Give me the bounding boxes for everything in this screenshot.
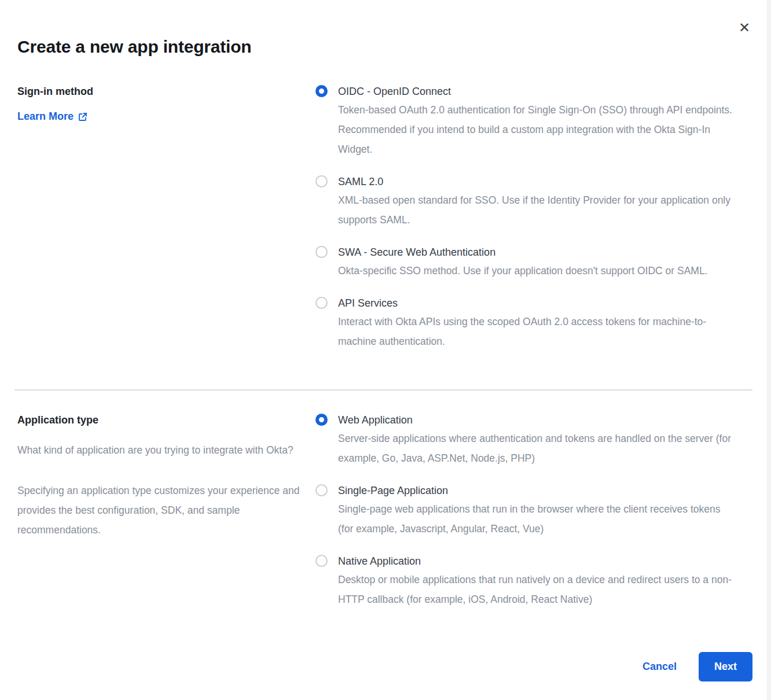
apptype-option-label[interactable]: Single-Page Application xyxy=(338,483,732,498)
learn-more-label: Learn More xyxy=(17,110,74,123)
radio-native-application[interactable] xyxy=(315,555,328,567)
application-type-heading: Application type xyxy=(17,412,304,428)
cancel-button[interactable]: Cancel xyxy=(642,661,677,673)
radio-web-application[interactable] xyxy=(315,414,328,426)
dialog-footer: Cancel Next xyxy=(17,652,752,681)
learn-more-link[interactable]: Learn More xyxy=(17,110,87,123)
signin-option-label[interactable]: SWA - Secure Web Authentication xyxy=(338,245,707,260)
section-divider xyxy=(14,389,752,390)
close-icon[interactable]: ✕ xyxy=(739,21,750,35)
create-app-integration-dialog: ✕ Create a new app integration Sign-in m… xyxy=(0,0,771,700)
next-button[interactable]: Next xyxy=(699,652,752,681)
radio-saml[interactable] xyxy=(315,175,328,187)
apptype-option-description: Single-page web applications that run in… xyxy=(338,499,732,539)
signin-option-api-services: API Services Interact with Okta APIs usi… xyxy=(315,296,732,351)
signin-option-description: Okta-specific SSO method. Use if your ap… xyxy=(338,261,707,281)
apptype-option-description: Server-side applications where authentic… xyxy=(338,429,732,468)
application-type-description-2: Specifying an application type customize… xyxy=(17,481,304,540)
apptype-option-label[interactable]: Web Application xyxy=(338,412,732,428)
signin-option-description: XML-based open standard for SSO. Use if … xyxy=(338,190,732,230)
signin-option-label[interactable]: OIDC - OpenID Connect xyxy=(338,84,732,99)
signin-option-label[interactable]: API Services xyxy=(338,296,732,311)
signin-option-saml: SAML 2.0 XML-based open standard for SSO… xyxy=(315,174,732,230)
external-link-icon xyxy=(78,112,87,121)
signin-option-description: Token-based OAuth 2.0 authentication for… xyxy=(338,100,732,159)
radio-swa[interactable] xyxy=(315,246,328,258)
apptype-option-label[interactable]: Native Application xyxy=(338,554,732,569)
radio-oidc[interactable] xyxy=(315,85,328,97)
signin-method-heading: Sign-in method xyxy=(17,84,304,99)
application-type-description-1: What kind of application are you trying … xyxy=(17,440,304,460)
dialog-title: Create a new app integration xyxy=(17,36,752,57)
signin-option-swa: SWA - Secure Web Authentication Okta-spe… xyxy=(315,245,732,281)
application-type-section: Application type What kind of applicatio… xyxy=(17,412,752,624)
apptype-option-spa: Single-Page Application Single-page web … xyxy=(315,483,732,539)
signin-option-label[interactable]: SAML 2.0 xyxy=(338,174,732,189)
scrollbar-track[interactable] xyxy=(767,0,771,700)
signin-option-description: Interact with Okta APIs using the scoped… xyxy=(338,312,732,351)
apptype-option-native: Native Application Desktop or mobile app… xyxy=(315,554,732,609)
radio-single-page-application[interactable] xyxy=(315,484,328,496)
radio-api-services[interactable] xyxy=(315,297,328,309)
signin-method-section: Sign-in method Learn More OIDC - OpenID … xyxy=(17,84,752,366)
signin-option-oidc: OIDC - OpenID Connect Token-based OAuth … xyxy=(315,84,732,159)
apptype-option-description: Desktop or mobile applications that run … xyxy=(338,570,732,609)
apptype-option-web: Web Application Server-side applications… xyxy=(315,412,732,468)
